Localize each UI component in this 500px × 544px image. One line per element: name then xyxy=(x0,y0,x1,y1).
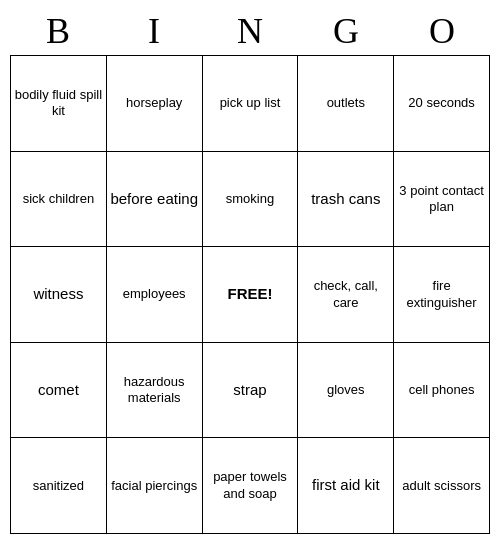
bingo-header: B I N G O xyxy=(10,10,490,53)
header-i: I xyxy=(106,10,202,53)
bingo-cell-16: hazardous materials xyxy=(107,343,203,439)
bingo-cell-24: adult scissors xyxy=(394,438,490,534)
bingo-cell-18: gloves xyxy=(298,343,394,439)
bingo-cell-23: first aid kit xyxy=(298,438,394,534)
bingo-cell-9: 3 point contact plan xyxy=(394,152,490,248)
bingo-grid: bodily fluid spill kithorseplaypick up l… xyxy=(10,55,490,534)
header-b: B xyxy=(10,10,106,53)
bingo-cell-6: before eating xyxy=(107,152,203,248)
header-n: N xyxy=(202,10,298,53)
bingo-cell-19: cell phones xyxy=(394,343,490,439)
bingo-cell-15: comet xyxy=(11,343,107,439)
bingo-cell-4: 20 seconds xyxy=(394,56,490,152)
bingo-cell-5: sick children xyxy=(11,152,107,248)
bingo-cell-20: sanitized xyxy=(11,438,107,534)
bingo-cell-13: check, call, care xyxy=(298,247,394,343)
bingo-cell-21: facial piercings xyxy=(107,438,203,534)
header-o: O xyxy=(394,10,490,53)
bingo-cell-14: fire extinguisher xyxy=(394,247,490,343)
bingo-cell-11: employees xyxy=(107,247,203,343)
bingo-cell-10: witness xyxy=(11,247,107,343)
bingo-cell-0: bodily fluid spill kit xyxy=(11,56,107,152)
bingo-cell-7: smoking xyxy=(203,152,299,248)
header-g: G xyxy=(298,10,394,53)
bingo-cell-3: outlets xyxy=(298,56,394,152)
bingo-cell-12: FREE! xyxy=(203,247,299,343)
bingo-cell-17: strap xyxy=(203,343,299,439)
bingo-cell-8: trash cans xyxy=(298,152,394,248)
bingo-cell-2: pick up list xyxy=(203,56,299,152)
bingo-cell-22: paper towels and soap xyxy=(203,438,299,534)
bingo-cell-1: horseplay xyxy=(107,56,203,152)
